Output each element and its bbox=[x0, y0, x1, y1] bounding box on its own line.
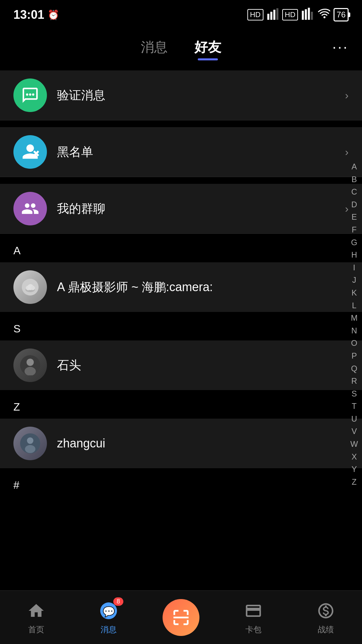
block-user-icon bbox=[21, 143, 39, 161]
section-header-hash: # bbox=[0, 474, 362, 497]
alpha-H[interactable]: H bbox=[350, 249, 358, 261]
section-header-s: S bbox=[0, 317, 362, 340]
nav-tabs: 消息 好友 bbox=[141, 38, 221, 56]
alpha-L[interactable]: L bbox=[350, 300, 358, 311]
alpha-R[interactable]: R bbox=[350, 375, 358, 387]
alpha-Q[interactable]: Q bbox=[350, 363, 358, 374]
tab-friends[interactable]: 好友 bbox=[194, 38, 221, 56]
contact-a1[interactable]: A 鼎极摄影师 ~ 海鹏:camera: bbox=[0, 262, 362, 312]
tab-wallet-label: 卡包 bbox=[245, 624, 261, 635]
alpha-O[interactable]: O bbox=[350, 337, 358, 349]
tab-wallet[interactable]: 卡包 bbox=[217, 600, 290, 635]
svg-rect-1 bbox=[270, 12, 272, 20]
section-letter-a: A bbox=[13, 245, 20, 257]
alpha-E[interactable]: E bbox=[350, 211, 358, 223]
alpha-A[interactable]: A bbox=[350, 161, 358, 172]
alpha-I[interactable]: I bbox=[350, 262, 358, 273]
gap-3 bbox=[0, 234, 362, 239]
alpha-F[interactable]: F bbox=[350, 224, 358, 235]
message-badge: 8 bbox=[113, 597, 123, 606]
gap-2 bbox=[0, 177, 362, 184]
alpha-S[interactable]: S bbox=[350, 388, 358, 399]
hd-signal-1: HD bbox=[247, 9, 263, 20]
svg-point-20 bbox=[26, 359, 34, 366]
tab-messages-label: 消息 bbox=[101, 624, 117, 635]
signal-bars-1 bbox=[267, 8, 279, 22]
contact-name-a1: A 鼎极摄影师 ~ 海鹏:camera: bbox=[57, 279, 213, 296]
section-header-a: A bbox=[0, 239, 362, 262]
alpha-N[interactable]: N bbox=[350, 325, 358, 336]
contact-z1[interactable]: zhangcui bbox=[0, 419, 362, 468]
tab-messages[interactable]: 💬 8 消息 bbox=[72, 600, 145, 635]
blacklist-label: 黑名单 bbox=[57, 144, 345, 160]
alpha-K[interactable]: K bbox=[350, 287, 358, 299]
section-letter-s: S bbox=[13, 323, 20, 335]
section-letter-z: Z bbox=[13, 401, 20, 413]
alpha-B[interactable]: B bbox=[350, 174, 358, 185]
blacklist-item[interactable]: 黑名单 › bbox=[0, 127, 362, 177]
tab-messages[interactable]: 消息 bbox=[141, 38, 168, 56]
tab-achievement-label: 战绩 bbox=[318, 624, 334, 635]
alpha-V[interactable]: V bbox=[350, 426, 358, 437]
alpha-W[interactable]: W bbox=[350, 438, 358, 450]
alphabet-sidebar[interactable]: A B C D E F G H I J K L M N O P Q R S T … bbox=[350, 161, 358, 487]
svg-point-11 bbox=[32, 93, 35, 96]
bottom-bar: 首页 💬 8 消息 卡包 bbox=[0, 590, 362, 644]
contact-s1[interactable]: 石头 bbox=[0, 340, 362, 390]
svg-point-23 bbox=[27, 437, 33, 444]
achievement-icon bbox=[315, 600, 337, 622]
svg-point-18 bbox=[31, 286, 35, 290]
tab-scan[interactable] bbox=[145, 599, 217, 636]
battery-indicator: 76 bbox=[334, 8, 349, 21]
svg-point-8 bbox=[323, 16, 325, 18]
tab-home[interactable]: 首页 bbox=[0, 600, 72, 635]
status-time: 13:01 ⏰ bbox=[13, 8, 59, 22]
group-chat-item[interactable]: 我的群聊 › bbox=[0, 184, 362, 234]
scan-button[interactable] bbox=[163, 599, 199, 636]
alpha-P[interactable]: P bbox=[350, 350, 358, 362]
avatar-cloud-icon bbox=[22, 279, 39, 296]
verify-label: 验证消息 bbox=[57, 87, 345, 104]
avatar-person-icon bbox=[20, 355, 40, 375]
alpha-D[interactable]: D bbox=[350, 199, 358, 210]
battery-level: 76 bbox=[337, 10, 346, 19]
svg-rect-4 bbox=[302, 11, 304, 20]
svg-point-21 bbox=[24, 367, 36, 375]
signal-bars-2 bbox=[301, 8, 313, 22]
status-icons: HD HD 76 bbox=[247, 8, 349, 22]
alpha-U[interactable]: U bbox=[350, 413, 358, 425]
chat-icon bbox=[21, 86, 39, 104]
blacklist-icon-bg bbox=[13, 135, 47, 169]
svg-point-24 bbox=[25, 445, 35, 453]
svg-rect-6 bbox=[308, 8, 310, 20]
tab-achievement[interactable]: 战绩 bbox=[290, 600, 362, 635]
svg-rect-2 bbox=[273, 10, 275, 20]
group-label: 我的群聊 bbox=[57, 201, 345, 217]
alpha-X[interactable]: X bbox=[350, 451, 358, 463]
svg-rect-7 bbox=[311, 12, 313, 20]
alpha-G[interactable]: G bbox=[350, 237, 358, 248]
alpha-T[interactable]: T bbox=[350, 400, 358, 412]
svg-point-9 bbox=[26, 93, 28, 96]
svg-text:💬: 💬 bbox=[103, 605, 115, 618]
avatar-z-icon bbox=[20, 433, 40, 453]
alpha-Z[interactable]: Z bbox=[350, 476, 358, 488]
alpha-Y[interactable]: Y bbox=[350, 464, 358, 475]
time-display: 13:01 bbox=[13, 8, 44, 22]
alpha-M[interactable]: M bbox=[350, 312, 358, 324]
verify-messages-item[interactable]: 验证消息 › bbox=[0, 70, 362, 120]
group-chevron: › bbox=[345, 203, 349, 215]
wifi-icon bbox=[317, 8, 330, 22]
avatar-a1 bbox=[13, 270, 47, 304]
svg-point-10 bbox=[29, 93, 32, 96]
tab-home-label: 首页 bbox=[28, 624, 44, 635]
alarm-icon: ⏰ bbox=[48, 9, 59, 20]
alpha-C[interactable]: C bbox=[350, 186, 358, 198]
blacklist-chevron: › bbox=[345, 146, 349, 158]
alpha-J[interactable]: J bbox=[350, 274, 358, 286]
more-button[interactable]: ··· bbox=[332, 39, 349, 55]
home-icon bbox=[25, 600, 47, 622]
main-content: 验证消息 › 黑名单 › 我的群聊 › A bbox=[0, 70, 362, 497]
svg-rect-3 bbox=[276, 8, 278, 20]
status-bar: 13:01 ⏰ HD HD 76 bbox=[0, 0, 362, 27]
